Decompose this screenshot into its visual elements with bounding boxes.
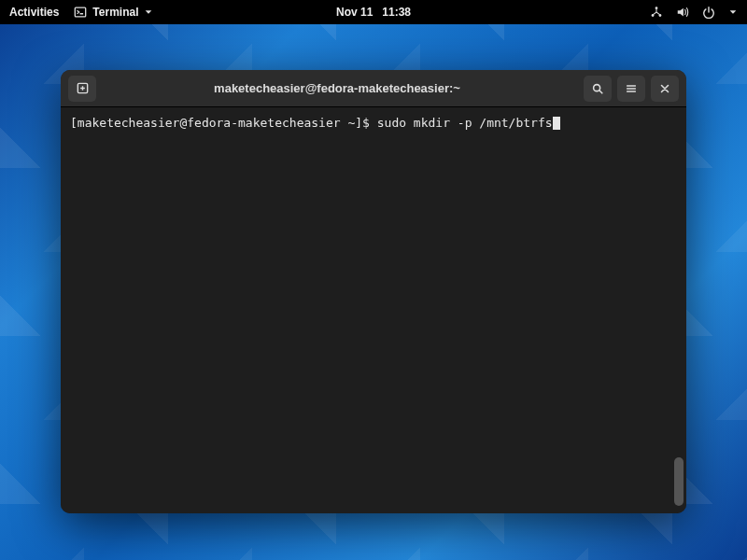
scrollbar-thumb[interactable] [674,457,684,506]
topbar-datetime[interactable]: Nov 11 11:38 [336,6,411,19]
topbar-app-menu[interactable]: Terminal [74,6,153,19]
volume-icon[interactable] [676,6,689,19]
text-cursor [553,117,560,130]
power-icon[interactable] [702,6,715,19]
shell-command: sudo mkdir -p /mnt/btrfs [377,116,553,130]
chevron-down-icon [144,7,153,17]
window-titlebar[interactable]: maketecheasier@fedora-maketecheasier:~ [61,70,686,107]
topbar-app-name: Terminal [92,6,138,19]
terminal-body[interactable]: [maketecheasier@fedora-maketecheasier ~]… [61,107,686,513]
search-button[interactable] [584,76,612,102]
gnome-topbar: Activities Terminal Nov 11 11:38 [0,0,747,24]
topbar-time: 11:38 [382,6,411,19]
chevron-down-icon[interactable] [728,7,738,17]
window-title: maketecheasier@fedora-maketecheasier:~ [96,81,578,95]
topbar-date: Nov 11 [336,6,373,19]
svg-rect-0 [76,7,86,17]
menu-button[interactable] [617,76,645,102]
svg-point-1 [655,7,658,9]
scrollbar[interactable] [674,111,684,510]
shell-prompt: [maketecheasier@fedora-maketecheasier ~]… [70,116,377,130]
close-button[interactable] [651,76,679,102]
activities-button[interactable]: Activities [9,6,59,19]
terminal-icon [74,6,87,19]
network-icon[interactable] [650,6,663,19]
new-tab-button[interactable] [68,76,96,102]
terminal-window: maketecheasier@fedora-maketecheasier:~ [… [61,70,686,513]
